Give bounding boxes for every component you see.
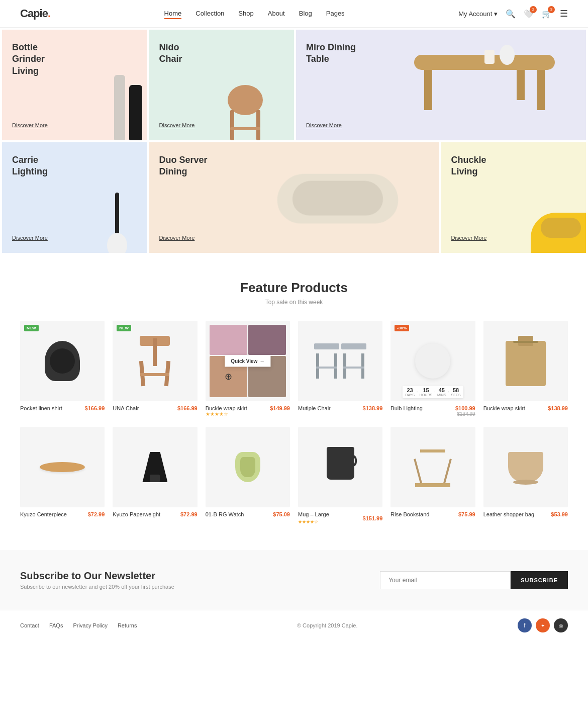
product-img-10 xyxy=(298,427,382,507)
social-icons: f ✦ ◎ xyxy=(518,618,568,632)
hero-grid-bottom: Carrie Lighting Discover More Duo Server… xyxy=(0,141,588,255)
hero-card-bottle-discover[interactable]: Discover More xyxy=(12,122,137,128)
hero-card-duo-title: Duo Server Dining xyxy=(159,154,220,178)
product-price-1: $166.99 xyxy=(85,405,105,411)
hero-card-carrie-title: Carrie Lighting xyxy=(12,154,57,178)
product-pocket-shirt: NEW Pocket linen shirt $166.99 xyxy=(20,321,105,417)
newsletter-subscribe-button[interactable]: SUBSCRIBE xyxy=(511,571,568,589)
hero-card-miro: Miro Dining Table Discover More xyxy=(296,30,586,140)
product-price-10: $151.99 xyxy=(363,515,383,521)
wishlist-icon[interactable]: 🤍 2 xyxy=(524,9,534,19)
product-price-9: $75.09 xyxy=(273,511,290,517)
wishlist-badge: 2 xyxy=(530,6,537,13)
hero-card-chuckle: Chuckle Living Discover More xyxy=(441,142,586,253)
hero-card-nido: Nido Chair Discover More xyxy=(149,30,295,140)
product-una-chair: NEW UNA Chair $166.99 xyxy=(113,321,197,417)
hero-card-bottle-title: Bottle Grinder Living xyxy=(12,42,62,77)
hero-card-nido-title: Nido Chair xyxy=(159,42,200,65)
product-name-10: Mug – Large xyxy=(298,511,329,517)
nav-shop[interactable]: Shop xyxy=(238,10,253,18)
footer-link-faqs[interactable]: FAQs xyxy=(49,622,63,628)
newsletter-section: Subscribe to Our Newsletter Subscribe to… xyxy=(0,550,588,610)
stars-10: ★★★★☆ xyxy=(298,519,318,524)
product-name-9: 01-B RG Watch xyxy=(206,511,244,517)
product-img-2: NEW xyxy=(113,321,197,401)
cart-badge: 3 xyxy=(548,6,555,13)
logo: Capie. xyxy=(20,7,50,20)
product-img-11 xyxy=(390,427,475,507)
nav-home[interactable]: Home xyxy=(164,10,182,18)
product-name-1: Pocket linen shirt xyxy=(20,405,62,411)
my-account-link[interactable]: My Account ▾ xyxy=(458,10,498,18)
footer-link-privacy[interactable]: Privacy Policy xyxy=(73,622,107,628)
product-watch: 01-B RG Watch $75.09 xyxy=(206,427,290,525)
header-right: My Account ▾ 🔍 🤍 2 🛒 3 ☰ xyxy=(458,8,568,19)
featured-subtitle: Top sale on this week xyxy=(20,299,568,306)
product-name-5: Bulb Lighting xyxy=(390,405,423,411)
hero-card-nido-discover[interactable]: Discover More xyxy=(159,122,284,128)
badge-new-1: NEW xyxy=(24,325,39,331)
product-price-12: $53.99 xyxy=(551,511,568,517)
social-twitter[interactable]: ✦ xyxy=(536,618,550,632)
product-img-5: -30% 23DAYS : 15HOURS : 45MINS : 58SECS xyxy=(390,321,475,401)
hero-card-carrie: Carrie Lighting Discover More xyxy=(2,142,147,253)
products-row-1: NEW Pocket linen shirt $166.99 NEW xyxy=(20,321,568,417)
footer-link-contact[interactable]: Contact xyxy=(20,622,39,628)
product-name-11: Rise Bookstand xyxy=(390,511,429,517)
product-price-8: $72.99 xyxy=(180,511,198,517)
product-img-12 xyxy=(483,427,568,507)
footer-link-returns[interactable]: Returns xyxy=(118,622,137,628)
product-kyuzo-center: Kyuzo Centerpiece $72.99 xyxy=(20,427,105,525)
hero-card-miro-title: Miro Dining Table xyxy=(306,42,366,65)
hero-card-duo: Duo Server Dining Discover More xyxy=(149,142,439,253)
nav-blog[interactable]: Blog xyxy=(299,10,312,18)
badge-new-2: NEW xyxy=(117,325,131,331)
cart-icon[interactable]: 🛒 3 xyxy=(542,9,552,19)
product-img-4 xyxy=(298,321,382,401)
menu-icon[interactable]: ☰ xyxy=(560,8,568,19)
product-mug: Mug – Large ★★★★☆ $151.99 xyxy=(298,427,382,525)
product-name-6: Buckle wrap skirt xyxy=(483,405,525,411)
product-img-3: ⊕ Quick View → xyxy=(206,321,290,401)
newsletter-email-input[interactable] xyxy=(380,571,511,589)
nav-collection[interactable]: Collection xyxy=(195,10,224,18)
hero-card-chuckle-discover[interactable]: Discover More xyxy=(451,235,576,241)
hero-grid-top: Bottle Grinder Living Discover More Nido… xyxy=(0,28,588,141)
product-price-3: $149.99 xyxy=(270,405,290,411)
hero-card-bottle: Bottle Grinder Living Discover More xyxy=(2,30,147,140)
social-instagram[interactable]: ◎ xyxy=(554,618,568,632)
product-price-4: $138.99 xyxy=(363,405,383,411)
badge-sale-5: -30% xyxy=(395,325,409,331)
product-multiple-chair: Mutiple Chair $138.99 xyxy=(298,321,382,417)
hero-card-chuckle-title: Chuckle Living xyxy=(451,154,492,178)
search-icon[interactable]: 🔍 xyxy=(506,9,516,19)
product-bulb-lighting: -30% 23DAYS : 15HOURS : 45MINS : 58SECS … xyxy=(390,321,475,417)
product-name-2: UNA Chair xyxy=(113,405,139,411)
product-img-9 xyxy=(206,427,290,507)
product-img-7 xyxy=(20,427,105,507)
hero-card-duo-discover[interactable]: Discover More xyxy=(159,235,429,241)
nav-about[interactable]: About xyxy=(268,10,285,18)
newsletter-title: Subscribe to Our Newsletter xyxy=(20,570,174,582)
newsletter-subtitle: Subscribe to our newsletter and get 20% … xyxy=(20,584,174,590)
product-buckle-skirt: ⊕ Quick View → Buckle wrap skirt $149.99… xyxy=(206,321,290,417)
newsletter-form: SUBSCRIBE xyxy=(380,571,568,589)
product-bookstand: Rise Bookstand $75.99 xyxy=(390,427,475,525)
product-name-4: Mutiple Chair xyxy=(298,405,331,411)
hero-card-carrie-discover[interactable]: Discover More xyxy=(12,235,137,241)
product-price-6: $138.99 xyxy=(548,405,568,411)
product-img-1: NEW xyxy=(20,321,105,401)
product-name-3: Buckle wrap skirt xyxy=(206,405,247,411)
stars-3: ★★★★☆ xyxy=(206,411,290,417)
hero-card-miro-discover[interactable]: Discover More xyxy=(306,122,576,128)
product-old-price-5: $134.99 xyxy=(455,411,475,417)
product-name-12: Leather shopper bag xyxy=(483,511,535,517)
quick-view-btn[interactable]: Quick View → xyxy=(225,355,270,367)
product-leather-bag: Leather shopper bag $53.99 xyxy=(483,427,568,525)
newsletter-text: Subscribe to Our Newsletter Subscribe to… xyxy=(20,570,174,590)
product-name-8: Kyuzo Paperweight xyxy=(113,511,160,517)
main-nav: Home Collection Shop About Blog Pages xyxy=(164,10,345,18)
product-img-8 xyxy=(113,427,197,507)
social-facebook[interactable]: f xyxy=(518,618,532,632)
nav-pages[interactable]: Pages xyxy=(326,10,345,18)
